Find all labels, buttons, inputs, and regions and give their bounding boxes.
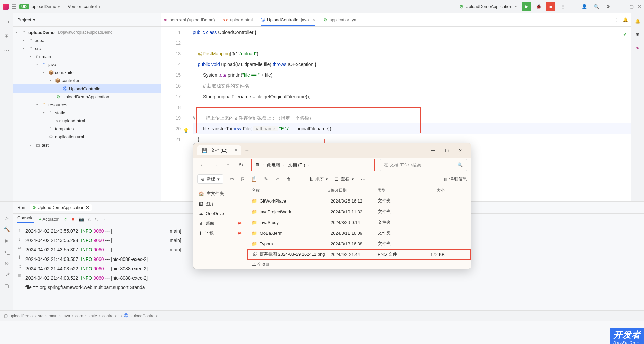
explorer-maximize-button[interactable]: ▢ <box>440 148 453 153</box>
services-rail-icon[interactable]: ▢ <box>4 283 9 289</box>
list-item[interactable]: 📁 GitWorkPlace2024/3/26 16:12文件夹 <box>247 195 471 206</box>
run-configuration-dropdown[interactable]: ⚙ UploadDemoApplication ▾ <box>459 4 517 9</box>
share-icon[interactable]: ↗ <box>275 176 279 182</box>
tree-item-static[interactable]: ▾🗀static <box>13 109 161 117</box>
tree-item-package[interactable]: ▾📦com.knife <box>13 68 161 76</box>
run-app-tab[interactable]: ⚙ UploadDemoApplication ✕ <box>30 204 92 211</box>
explorer-search-input[interactable]: 在 文档 (E:) 中搜索 🔍 <box>380 159 467 171</box>
rename-icon[interactable]: ✎ <box>264 176 268 182</box>
breadcrumb-item[interactable]: uploadDemo <box>10 313 33 318</box>
explorer-close-button[interactable]: ✕ <box>453 148 467 153</box>
tree-item-src[interactable]: ▾🗀src <box>13 44 161 52</box>
list-item[interactable]: 📁 javaStudy2024/3/29 0:14文件夹 <box>247 217 471 228</box>
explorer-minimize-button[interactable]: — <box>427 148 440 153</box>
filter-icon[interactable]: ⚟ <box>95 217 99 222</box>
tree-item-test[interactable]: ▸🗀test <box>13 141 161 149</box>
breadcrumb-item[interactable]: com <box>75 313 83 318</box>
tab-upload-controller[interactable]: ⒸUploadController.java✕ <box>261 13 315 26</box>
breadcrumb-item[interactable]: src <box>38 313 43 318</box>
close-run-tab-icon[interactable]: ✕ <box>86 205 89 210</box>
stop-icon[interactable]: ■ <box>72 217 74 222</box>
tree-item-controller[interactable]: ▾📦controller <box>13 76 161 84</box>
tree-item-main[interactable]: ▾🗀main <box>13 52 161 60</box>
tree-item-resources[interactable]: ▾🗀resources <box>13 101 161 109</box>
breadcrumb-item[interactable]: main <box>49 313 57 318</box>
paste-icon[interactable]: 📋 <box>251 176 257 182</box>
run-button[interactable]: ▶ <box>522 2 531 11</box>
list-item[interactable]: 📁 MoBaXterm2024/3/11 16:09文件夹 <box>247 228 471 238</box>
more-console-icon[interactable]: ⋮ <box>103 217 107 222</box>
explorer-tab[interactable]: 💾 文档 (E:) ✕ <box>197 145 241 155</box>
code-with-me-icon[interactable]: 👤 <box>580 2 589 11</box>
clear-icon[interactable]: 🗑 <box>17 273 22 278</box>
scroll-to-end-icon[interactable]: ⤓ <box>18 255 21 260</box>
tab-pom-xml[interactable]: mpom.xml (uploadDemo) <box>164 13 215 26</box>
rerun-icon[interactable]: ↻ <box>64 217 68 222</box>
breadcrumb-item[interactable]: java <box>63 313 70 318</box>
breadcrumb-item[interactable]: Ⓒ UploadController <box>124 313 160 319</box>
cut-icon[interactable]: ✂ <box>230 176 234 182</box>
tab-application-yml[interactable]: ⚙application.yml <box>323 13 358 26</box>
tree-item-app-yml[interactable]: ⚙application.yml <box>13 133 161 141</box>
maven-rail-icon[interactable]: m <box>636 45 640 50</box>
back-button[interactable]: ← <box>197 162 208 168</box>
debug-button[interactable]: 🐞 <box>534 2 543 11</box>
list-item[interactable]: 📁 Typora2024/3/13 16:38文件夹 <box>247 238 471 249</box>
tree-item-java[interactable]: ▾🗀java <box>13 60 161 68</box>
editor-more-icon[interactable]: ⋮ <box>614 17 619 22</box>
more-icon[interactable]: ⋯ <box>361 176 366 182</box>
new-button[interactable]: ⊕ 新建 ▾ <box>197 174 223 184</box>
main-menu-button[interactable]: ☰ <box>11 3 17 10</box>
tree-item-app-class[interactable]: ⚙UploadDemoApplication <box>13 93 161 101</box>
settings-button[interactable]: ⚙ <box>604 2 613 11</box>
forward-button[interactable]: → <box>210 162 221 168</box>
breadcrumb-item[interactable]: knife <box>89 313 97 318</box>
camera-icon[interactable]: 📷 <box>78 217 84 222</box>
scroll-down-icon[interactable]: ↓ <box>18 237 21 242</box>
project-name-dropdown[interactable]: uploadDemo ▾ <box>32 4 60 9</box>
project-header[interactable]: Project ▾ <box>13 13 161 27</box>
more-actions-button[interactable]: ⋮ <box>558 2 568 11</box>
vcs-rail-icon[interactable]: ⎇ <box>4 272 10 278</box>
tree-item-idea[interactable]: ▸🗀.idea <box>13 36 161 44</box>
view-button[interactable]: ☰ 查看 ▾ <box>335 176 354 182</box>
soft-wrap-icon[interactable]: ↩ <box>18 246 21 251</box>
up-button[interactable]: ↑ <box>223 162 233 168</box>
scroll-up-icon[interactable]: ↑ <box>18 228 21 233</box>
nav-item[interactable]: 🖥桌面📌 <box>193 218 247 228</box>
stop-button[interactable]: ■ <box>546 2 555 11</box>
run-rail-icon[interactable]: ▷ <box>5 215 9 221</box>
list-item[interactable]: 📁 javaProjectWork2024/3/19 11:32文件夹 <box>247 206 471 217</box>
more-tool-icon[interactable]: ⋯ <box>4 47 9 54</box>
project-tool-icon[interactable]: 🗀 <box>4 19 9 25</box>
version-control-dropdown[interactable]: Version control ▾ <box>68 4 100 9</box>
tree-item-templates[interactable]: 🗀templates <box>13 125 161 133</box>
nav-item[interactable]: 🖼图库 <box>193 199 247 209</box>
notifications-rail-icon[interactable]: 🔔 <box>635 19 640 24</box>
maximize-button[interactable]: ▢ <box>630 4 634 9</box>
address-bar[interactable]: 🖥 › 此电脑 › 文档 (E:) › <box>251 159 375 171</box>
nav-item[interactable]: ⬇下载📌 <box>193 228 247 238</box>
actuator-tab[interactable]: ● Actuator <box>39 217 59 222</box>
details-panel-button[interactable]: ▥ 详细信息 <box>443 176 467 182</box>
tree-item-upload-html[interactable]: <>upload.html <box>13 117 161 125</box>
list-item[interactable]: 🖼 屏幕截图 2024-03-29 162411.png2024/4/2 21:… <box>247 249 471 260</box>
new-tab-button[interactable]: + <box>245 147 249 154</box>
notifications-icon[interactable]: 🔔 <box>623 17 628 22</box>
nav-item[interactable]: ☁OneDrive <box>193 209 247 218</box>
database-rail-icon[interactable]: ⊞ <box>636 32 639 37</box>
nav-item[interactable]: 🏠主文件夹 <box>193 189 247 199</box>
copy-icon[interactable]: ⎘ <box>241 176 244 182</box>
breadcrumb-item[interactable]: controller <box>102 313 119 318</box>
sort-button[interactable]: ⇅ 排序 ▾ <box>309 176 328 182</box>
print-icon[interactable]: 🖨 <box>17 264 22 269</box>
minimize-button[interactable]: — <box>621 4 626 9</box>
exit-icon[interactable]: ⎌ <box>88 217 91 222</box>
delete-icon[interactable]: 🗑 <box>286 176 291 182</box>
terminal-rail-icon[interactable]: >_ <box>4 249 9 255</box>
console-tab[interactable]: Console <box>17 215 34 223</box>
structure-tool-icon[interactable]: ⊞ <box>4 33 9 39</box>
tree-root[interactable]: ▾🗀 uploadDemo D:\javaworkplace\uploadDem… <box>13 28 161 36</box>
problems-rail-icon[interactable]: ⊘ <box>5 260 9 266</box>
search-everywhere-button[interactable]: 🔍 <box>592 2 601 11</box>
